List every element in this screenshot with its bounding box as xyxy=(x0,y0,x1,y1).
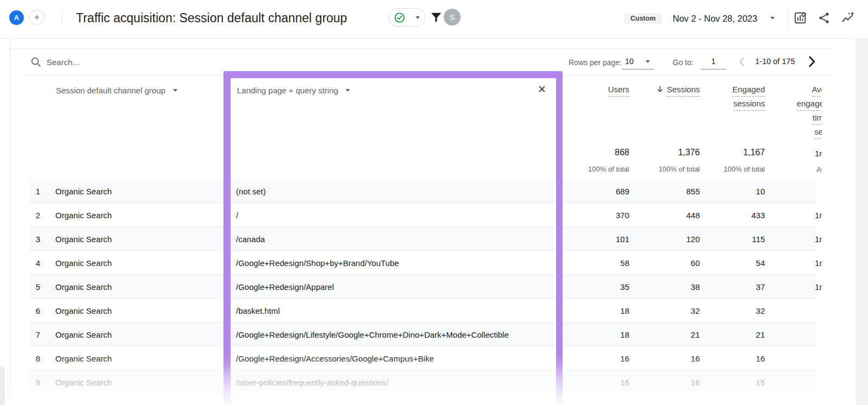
row-index: 3 xyxy=(22,227,40,251)
cell-avg-engagement-time: 1m xyxy=(815,251,822,275)
table-row: 9 Organic Search /store-policies/frequen… xyxy=(0,370,822,394)
column-header-label: Session default channel group xyxy=(56,86,165,95)
header-divider xyxy=(788,8,788,27)
cell-engaged-sessions: 115 xyxy=(684,227,765,251)
row-index: 4 xyxy=(22,251,40,275)
chevron-down-icon[interactable] xyxy=(770,17,775,20)
row-index: 5 xyxy=(22,275,40,299)
column-header-channel-group[interactable]: Session default channel group xyxy=(56,86,177,95)
table-row: 1 Organic Search (not set) 689 855 10 xyxy=(0,179,822,203)
column-header-landing-page[interactable]: Landing page + query string xyxy=(237,86,350,95)
page-title: Traffic acquisition: Session default cha… xyxy=(76,11,347,26)
cell-avg-engagement-time: 1m xyxy=(815,275,822,299)
pagination-range: 1-10 of 175 xyxy=(755,57,795,66)
next-page-icon[interactable] xyxy=(804,54,819,69)
cell-engaged-sessions: 10 xyxy=(684,179,765,203)
cell-landing-page: / xyxy=(236,203,238,227)
filter-icon[interactable] xyxy=(430,11,443,24)
header-divider xyxy=(62,10,62,26)
cell-landing-page: /Google+Redesign/Accessories/Google+Camp… xyxy=(236,346,434,370)
table-row: 2 Organic Search / 370 448 433 1m xyxy=(0,203,822,227)
input-underline xyxy=(701,69,726,69)
search-icon xyxy=(30,56,42,68)
cell-channel-group: Organic Search xyxy=(55,203,112,227)
cell-channel-group: Organic Search xyxy=(55,370,112,394)
cell-channel-group: Organic Search xyxy=(55,346,112,370)
table-row: 5 Organic Search /Google+Redesign/Appare… xyxy=(0,275,822,299)
column-header-label: session xyxy=(814,127,822,139)
edit-chart-icon[interactable] xyxy=(793,11,807,25)
cell-landing-page: (not set) xyxy=(236,179,266,203)
table-row: 8 Organic Search /Google+Redesign/Access… xyxy=(0,346,822,370)
cell-landing-page: /Google+Redesign/Shop+by+Brand/YouTube xyxy=(236,251,399,275)
total-avg-label: Avg xyxy=(816,166,822,174)
add-comparison-button[interactable]: + xyxy=(29,10,44,25)
table-row: 6 Organic Search /basket.html 18 32 32 xyxy=(0,299,822,322)
header-border xyxy=(0,38,868,39)
remove-dimension-button[interactable]: ✕ xyxy=(538,83,546,96)
cell-channel-group: Organic Search xyxy=(55,179,112,203)
cell-landing-page: /Google+Redesign/Apparel xyxy=(236,275,334,299)
row-index: 2 xyxy=(22,203,40,227)
total-engaged-sessions: 1,167 xyxy=(684,148,765,157)
cell-avg-engagement-time: 1m xyxy=(815,227,822,251)
date-range-selector[interactable]: Nov 2 - Nov 28, 2023 xyxy=(673,14,757,24)
column-header-label: Engaged xyxy=(732,85,765,97)
cell-engaged-sessions: 15 xyxy=(684,370,765,394)
cell-engaged-sessions: 16 xyxy=(684,346,765,370)
highlight-box-left xyxy=(224,76,231,405)
row-index: 9 xyxy=(22,370,40,394)
insights-icon[interactable] xyxy=(841,11,855,25)
column-header-label: Average xyxy=(812,85,822,97)
cell-channel-group: Organic Search xyxy=(55,275,112,299)
row-index: 6 xyxy=(22,299,40,322)
cell-engaged-sessions: 21 xyxy=(684,322,765,346)
column-header-engaged-sessions[interactable]: Engaged sessions xyxy=(684,85,765,113)
total-engaged-share: 100% of total xyxy=(684,165,765,173)
previous-page-icon[interactable] xyxy=(736,55,749,68)
search-input[interactable]: Search... xyxy=(47,58,79,67)
goto-label: Go to: xyxy=(673,58,693,67)
goto-page-input[interactable]: 1 xyxy=(701,57,726,66)
chevron-down-icon xyxy=(416,16,420,19)
ga4-report-screen: A + Traffic acquisition: Session default… xyxy=(0,0,868,405)
chevron-down-icon[interactable] xyxy=(173,89,177,92)
right-rail xyxy=(856,38,868,405)
cell-engaged-sessions: 32 xyxy=(684,299,765,322)
cell-landing-page: /basket.html xyxy=(236,299,280,322)
highlight-box-right xyxy=(556,76,563,405)
row-index: 1 xyxy=(22,179,40,203)
cell-landing-page: /Google+Redesign/Lifestyle/Google+Chrome… xyxy=(236,322,509,346)
column-header-avg-engagement-time[interactable]: Average engagement time per session xyxy=(761,85,822,141)
sort-descending-icon xyxy=(656,85,664,93)
column-header-label: engagement xyxy=(797,99,822,111)
account-avatar[interactable]: A xyxy=(9,10,24,25)
cell-engaged-sessions: 37 xyxy=(684,275,765,299)
cell-channel-group: Organic Search xyxy=(55,322,112,346)
chevron-down-icon[interactable] xyxy=(646,60,650,63)
cell-channel-group: Organic Search xyxy=(55,227,112,251)
cell-engaged-sessions: 433 xyxy=(684,203,765,227)
user-avatar[interactable]: S xyxy=(444,9,461,26)
share-icon[interactable] xyxy=(817,11,831,25)
chevron-down-icon[interactable] xyxy=(346,89,350,92)
table-viewport: Session default channel group Landing pa… xyxy=(0,75,822,405)
check-circle-icon xyxy=(394,12,405,23)
cell-landing-page: /canada xyxy=(236,227,265,251)
column-header-label: Landing page + query string xyxy=(237,86,338,95)
date-range-type-badge: Custom xyxy=(624,13,662,24)
row-index: 7 xyxy=(22,322,40,346)
cell-landing-page: /store-policies/frequently-asked-questio… xyxy=(236,370,388,394)
rows-per-page-select[interactable]: 10 xyxy=(625,57,634,66)
select-underline xyxy=(622,69,654,69)
table-row: 7 Organic Search /Google+Redesign/Lifest… xyxy=(0,322,822,346)
table-rows: 1 Organic Search (not set) 689 855 10 2 … xyxy=(0,179,822,394)
table-row: 3 Organic Search /canada 101 120 115 1m xyxy=(0,227,822,251)
row-index: 8 xyxy=(22,346,40,370)
cell-channel-group: Organic Search xyxy=(55,299,112,322)
toolbar-top-border xyxy=(10,48,834,49)
report-status-pill[interactable] xyxy=(388,8,425,27)
table-row: 4 Organic Search /Google+Redesign/Shop+b… xyxy=(0,251,822,275)
rows-per-page-label: Rows per page: xyxy=(569,58,622,67)
highlight-box-top xyxy=(224,71,563,78)
